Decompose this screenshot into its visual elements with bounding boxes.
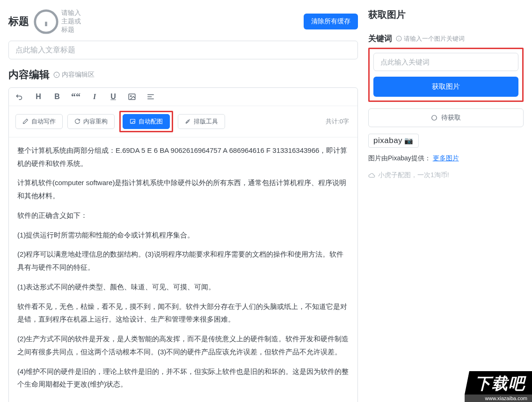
- title-hint: 请输入主题或标题: [33, 8, 87, 35]
- image-icon[interactable]: [128, 93, 136, 101]
- watermark-sub: www.xiazaiba.com: [465, 395, 532, 402]
- more-images-link[interactable]: 更多图片: [433, 154, 459, 162]
- content-hint: 内容编辑区: [53, 71, 95, 79]
- content-section-header: 内容编辑 内容编辑区: [8, 68, 358, 82]
- keyword-highlight-box: 获取图片: [368, 48, 524, 102]
- restructure-button[interactable]: 内容重构: [67, 114, 115, 129]
- title-label: 标题: [8, 14, 29, 29]
- refresh-icon: [74, 118, 80, 124]
- clear-cache-button[interactable]: 清除所有缓存: [304, 14, 358, 29]
- svg-point-12: [186, 122, 187, 123]
- keyword-input[interactable]: [373, 53, 518, 71]
- watermark: 下载吧 www.xiazaiba.com: [465, 371, 532, 402]
- keyword-header: 关键词 请输入一个图片关键词: [368, 33, 524, 44]
- pixabay-badge-row: pixabay 📷: [368, 134, 524, 148]
- underline-icon[interactable]: U: [109, 93, 117, 101]
- content-paragraph: 整个计算机系统由两部分组成：E.69DA 5 E 6 BA 9062616964…: [17, 144, 349, 170]
- content-paragraph: 计算机软件(computer software)是指计算机系统中除硬件以外的所有…: [17, 176, 349, 202]
- action-toolbar: 自动写作 内容重构 自动配图 排版工具 共计:0字: [9, 106, 357, 137]
- circle-icon: [431, 115, 437, 121]
- content-paragraph: (2)生产方式不同的软件是开发，是人类智能的高发挥，而不是传统意义上的硬件制造。…: [17, 332, 349, 359]
- fetch-image-button[interactable]: 获取图片: [373, 77, 518, 97]
- title-input[interactable]: [8, 41, 358, 59]
- layout-tools-button[interactable]: 排版工具: [178, 114, 225, 129]
- content-paragraph: (2)程序可以满意地处理信息的数据结构。(3)说明程序功能要求和程序需要的文档的…: [17, 248, 349, 274]
- content-paragraph: (4)维护不同的硬件是旧的，理论上软件是旧的，并不坏，但实际上软件也是旧的和坏的…: [17, 365, 349, 391]
- pixabay-logo: pixabay 📷: [368, 134, 419, 148]
- info-icon: [33, 8, 59, 35]
- content-paragraph: (1)表达形式不同的硬件类型、颜色、味道、可见、可摸、可闻。: [17, 280, 349, 294]
- pencil-icon: [22, 118, 29, 124]
- camera-icon: 📷: [404, 136, 414, 145]
- heading-icon[interactable]: H: [34, 93, 43, 101]
- content-paragraph: 软件看不见，无色，枯燥，看不见，摸不到，闻不到。软件大部分存在于人们的头脑或纸上…: [17, 300, 349, 326]
- format-toolbar: H B ““ I U: [9, 88, 357, 106]
- image-icon: [130, 118, 136, 124]
- pending-button[interactable]: 待获取: [368, 108, 524, 127]
- svg-point-16: [432, 115, 437, 121]
- cloud-icon: [368, 172, 375, 179]
- auto-write-button[interactable]: 自动写作: [15, 114, 63, 129]
- title-section-header: 标题 请输入主题或标题 清除所有缓存: [8, 8, 358, 35]
- info-icon: [53, 72, 60, 78]
- align-icon[interactable]: [146, 93, 155, 101]
- info-icon: [396, 36, 402, 42]
- watermark-main: 下载吧: [465, 371, 532, 395]
- word-count: 共计:0字: [326, 117, 351, 126]
- editor-content[interactable]: 整个计算机系统由两部分组成：E.69DA 5 E 6 BA 9062616964…: [9, 137, 357, 402]
- auto-image-button[interactable]: 自动配图: [123, 114, 170, 129]
- side-panel-title: 获取图片: [368, 8, 524, 21]
- bold-icon[interactable]: B: [53, 93, 61, 101]
- content-paragraph: 软件的正确含义如下：: [17, 209, 349, 222]
- svg-point-7: [131, 95, 131, 96]
- quote-icon[interactable]: ““: [72, 93, 80, 101]
- tagline: 小虎子配图，一次1淘币!: [368, 171, 524, 179]
- keyword-hint: 请输入一个图片关键词: [396, 35, 465, 43]
- undo-icon[interactable]: [15, 93, 24, 101]
- side-panel: 获取图片 关键词 请输入一个图片关键词 获取图片 待获取 pixabay 📷 图…: [368, 8, 524, 402]
- main-column: 标题 请输入主题或标题 清除所有缓存 内容编辑 内容编辑区 H B ““ I: [8, 8, 358, 402]
- auto-image-highlight: 自动配图: [119, 111, 173, 132]
- keyword-label: 关键词: [368, 33, 392, 44]
- content-label: 内容编辑: [8, 68, 50, 82]
- tools-icon: [185, 118, 191, 124]
- content-paragraph: (1)提供运行时所需功能和性能的命令或计算机程序集合。: [17, 229, 349, 242]
- editor-box: H B ““ I U 自动写作 内容重构: [8, 87, 358, 402]
- attribution-line: 图片由Pixabay提供： 更多图片: [368, 154, 524, 163]
- italic-icon[interactable]: I: [90, 93, 99, 101]
